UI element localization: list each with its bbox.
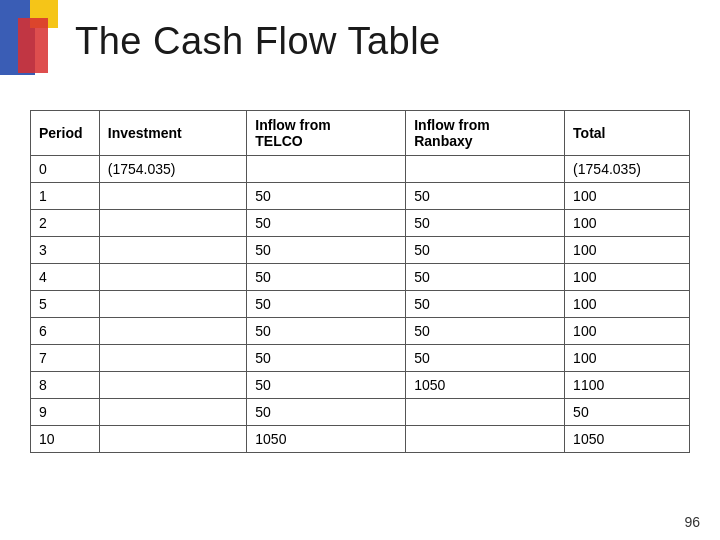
page-container: The Cash Flow Table Period Investment In… (0, 0, 720, 540)
cell-period: 10 (31, 426, 100, 453)
cell-investment (99, 318, 247, 345)
header-inflow-ranbaxy: Inflow from Ranbaxy (406, 111, 565, 156)
table-row: 95050 (31, 399, 690, 426)
table-row: 0(1754.035)(1754.035) (31, 156, 690, 183)
cell-total: (1754.035) (565, 156, 690, 183)
cell-inflow_telco: 50 (247, 372, 406, 399)
cell-investment (99, 372, 247, 399)
cell-period: 5 (31, 291, 100, 318)
cell-total: 100 (565, 318, 690, 345)
table-row: 1010501050 (31, 426, 690, 453)
table-row: 15050100 (31, 183, 690, 210)
cell-total: 100 (565, 237, 690, 264)
cell-inflow_ranbaxy: 50 (406, 318, 565, 345)
cell-total: 100 (565, 345, 690, 372)
corner-red (18, 18, 48, 73)
header-inflow-telco: Inflow from TELCO (247, 111, 406, 156)
cell-inflow_ranbaxy (406, 426, 565, 453)
table-row: 55050100 (31, 291, 690, 318)
title-area: The Cash Flow Table (75, 20, 700, 63)
cell-inflow_telco: 1050 (247, 426, 406, 453)
cell-inflow_telco: 50 (247, 345, 406, 372)
cell-total: 50 (565, 399, 690, 426)
corner-decoration (0, 0, 60, 80)
cell-period: 9 (31, 399, 100, 426)
cell-inflow_telco: 50 (247, 318, 406, 345)
cell-inflow_telco: 50 (247, 291, 406, 318)
cell-investment (99, 237, 247, 264)
header-total: Total (565, 111, 690, 156)
cell-total: 1100 (565, 372, 690, 399)
cell-inflow_telco: 50 (247, 210, 406, 237)
cell-inflow_telco: 50 (247, 399, 406, 426)
cell-period: 8 (31, 372, 100, 399)
cell-investment (99, 210, 247, 237)
cell-inflow_ranbaxy: 1050 (406, 372, 565, 399)
cell-total: 100 (565, 291, 690, 318)
cell-inflow_ranbaxy: 50 (406, 183, 565, 210)
cell-investment (99, 183, 247, 210)
cell-investment: (1754.035) (99, 156, 247, 183)
header-investment: Investment (99, 111, 247, 156)
cash-flow-table: Period Investment Inflow from TELCO Infl… (30, 110, 690, 453)
cell-inflow_ranbaxy: 50 (406, 291, 565, 318)
table-header-row: Period Investment Inflow from TELCO Infl… (31, 111, 690, 156)
table-row: 65050100 (31, 318, 690, 345)
cell-inflow_telco: 50 (247, 237, 406, 264)
cell-total: 1050 (565, 426, 690, 453)
cell-period: 0 (31, 156, 100, 183)
cell-period: 4 (31, 264, 100, 291)
cell-period: 1 (31, 183, 100, 210)
cell-period: 6 (31, 318, 100, 345)
cell-total: 100 (565, 183, 690, 210)
table-row: 75050100 (31, 345, 690, 372)
cell-investment (99, 264, 247, 291)
page-number: 96 (684, 514, 700, 530)
cell-investment (99, 345, 247, 372)
cell-investment (99, 399, 247, 426)
cell-total: 100 (565, 210, 690, 237)
cell-inflow_ranbaxy (406, 399, 565, 426)
cell-inflow_telco (247, 156, 406, 183)
table-row: 25050100 (31, 210, 690, 237)
table-row: 35050100 (31, 237, 690, 264)
cell-inflow_ranbaxy (406, 156, 565, 183)
cell-inflow_ranbaxy: 50 (406, 345, 565, 372)
cell-inflow_ranbaxy: 50 (406, 210, 565, 237)
cell-total: 100 (565, 264, 690, 291)
header-period: Period (31, 111, 100, 156)
cell-period: 7 (31, 345, 100, 372)
cell-inflow_telco: 50 (247, 183, 406, 210)
cell-inflow_ranbaxy: 50 (406, 264, 565, 291)
cell-investment (99, 426, 247, 453)
cell-inflow_ranbaxy: 50 (406, 237, 565, 264)
table-row: 85010501100 (31, 372, 690, 399)
cell-period: 3 (31, 237, 100, 264)
table-area: Period Investment Inflow from TELCO Infl… (30, 110, 690, 510)
page-title: The Cash Flow Table (75, 20, 700, 63)
table-row: 45050100 (31, 264, 690, 291)
cell-inflow_telco: 50 (247, 264, 406, 291)
cell-period: 2 (31, 210, 100, 237)
cell-investment (99, 291, 247, 318)
